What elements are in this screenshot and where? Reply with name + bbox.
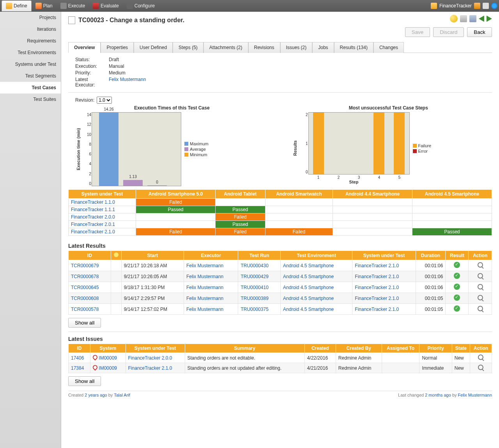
view-icon[interactable] [478,273,483,279]
tab-overview[interactable]: Overview [68,42,101,53]
help-icon[interactable] [491,3,497,9]
result-id-link[interactable]: TCR0000679 [71,263,99,268]
check-icon [454,305,460,312]
chart2-ylabel: Results [292,112,298,184]
toolbar-configure[interactable]: Configure [123,0,159,11]
tab-userdefined[interactable]: User Defined [134,42,173,53]
view-icon[interactable] [478,295,483,300]
chart2-xlabel: Step [298,180,410,184]
sut-link[interactable]: FinanceTracker 2.1.0 [355,285,399,290]
print-icon[interactable] [460,15,467,22]
toolbar-evaluate[interactable]: Evaluate [89,0,123,11]
tab-attachments[interactable]: Attachments (2) [203,42,248,53]
project-name[interactable]: FinanceTracker [439,3,472,9]
created-author-link[interactable]: Talal Arif [114,393,130,397]
execution-label: Execution: [75,63,109,69]
matrix-sut-link[interactable]: FinanceTracker 1.1.0 [71,199,115,205]
sidebar-item-projects[interactable]: Projects [0,12,61,23]
testrun-link[interactable]: TRU0000429 [241,274,268,279]
result-id-link[interactable]: TCR0000578 [71,307,99,312]
env-link[interactable]: Android 4.5 Smartphone [283,274,334,279]
show-all-issues-button[interactable]: Show all [68,376,101,386]
toolbar-define[interactable]: Define [2,0,32,11]
sidebar-item-testsuites[interactable]: Test Suites [0,93,61,105]
result-id-link[interactable]: TCR0000678 [71,274,99,279]
result-id-link[interactable]: TCR0000645 [71,285,99,290]
tab-results[interactable]: Results (134) [334,42,373,53]
sidebar-item-testcases[interactable]: Test Cases [0,82,61,93]
executor-link[interactable]: Felix Mustermann [109,77,146,88]
testrun-link[interactable]: TRU0000389 [241,296,268,301]
show-all-results-button[interactable]: Show all [68,318,101,328]
page-icon[interactable] [483,3,489,9]
issue-sut-link[interactable]: FinanceTracker 2.1.0 [128,365,172,371]
tab-issues[interactable]: Issues (2) [280,42,313,53]
chart2-plot: 210 [308,112,410,175]
tab-properties[interactable]: Properties [101,42,134,53]
toolbar-plan[interactable]: Plan [32,0,57,11]
executor-link[interactable]: Felix Mustermann [186,263,223,268]
issue-sys-link[interactable]: IM00009 [99,355,117,361]
env-link[interactable]: Android 4.5 Smartphone [283,263,334,268]
sut-link[interactable]: FinanceTracker 2.1.0 [355,307,399,312]
matrix-sut-link[interactable]: FinanceTracker 2.1.0 [71,229,115,235]
issue-id-link[interactable]: 17384 [71,365,84,371]
tab-revisions[interactable]: Revisions [248,42,280,53]
back-button[interactable]: Back [467,27,492,37]
testrun-link[interactable]: TRU0000410 [241,285,268,290]
sidebar-item-requirements[interactable]: Requirements [0,35,61,47]
view-icon[interactable] [478,355,483,360]
sidebar-item-sut[interactable]: Systems under Test [0,58,61,70]
tab-steps[interactable]: Steps (5) [173,42,203,53]
copy-icon[interactable] [469,15,476,22]
table-row: TCR00006459/18/17 1:31:30 PMFelix Muster… [69,282,492,293]
matrix-sut-link[interactable]: FinanceTracker 2.0.0 [71,214,115,220]
issues-title: Latest Issues [68,336,492,342]
matrix-sut-link[interactable]: FinanceTracker 2.0.1 [71,222,115,227]
created-time-link[interactable]: 2 years ago [85,393,107,397]
view-icon[interactable] [478,284,483,289]
table-row: TCR00006799/21/17 10:26:18 AMFelix Muste… [69,260,492,271]
env-link[interactable]: Android 4.5 Smartphone [283,307,334,312]
issue-sys-link[interactable]: IM00009 [99,365,117,371]
toolbar-execute[interactable]: Execute [57,0,89,11]
testrun-link[interactable]: TRU0000375 [241,307,268,312]
discard-button[interactable]: Discard [433,27,464,37]
status-light-icon[interactable] [450,15,458,23]
changed-author-link[interactable]: Felix Mustermann [458,393,492,397]
view-icon[interactable] [478,306,483,311]
executor-link[interactable]: Felix Mustermann [186,285,223,290]
env-link[interactable]: Android 4.5 Smartphone [283,285,334,290]
news-icon[interactable] [474,3,480,9]
chart1-plot: 14121086420 14.26 1.13 0 [92,112,181,186]
executor-link[interactable]: Felix Mustermann [186,296,223,301]
tab-changes[interactable]: Changes [373,42,404,53]
changed-time-link[interactable]: 2 months ago [425,393,451,397]
next-icon[interactable] [487,16,492,22]
tab-jobs[interactable]: Jobs [312,42,334,53]
sut-link[interactable]: FinanceTracker 2.1.0 [355,296,399,301]
revision-select[interactable]: 1.0 [97,97,112,104]
issues-table: IDSystemSystem under TestSummaryCreatedC… [68,344,492,373]
status-label: Status: [75,57,109,62]
executor-link[interactable]: Felix Mustermann [186,307,223,312]
sidebar-item-testsegments[interactable]: Test Segments [0,70,61,82]
table-row: TCR00005789/14/17 12:57:02 PMFelix Muste… [69,304,492,315]
view-icon[interactable] [478,365,483,370]
prev-icon[interactable] [479,16,484,22]
executor-link[interactable]: Felix Mustermann [186,274,223,279]
matrix-sut-link[interactable]: FinanceTracker 1.1.1 [71,207,115,212]
view-icon[interactable] [478,262,483,268]
priority-label: Priority: [75,70,109,76]
issue-id-link[interactable]: 17406 [71,355,84,361]
sidebar-item-testenvironments[interactable]: Test Environments [0,47,61,58]
sut-link[interactable]: FinanceTracker 2.1.0 [355,274,399,279]
env-link[interactable]: Android 4.5 Smartphone [283,296,334,301]
issue-sut-link[interactable]: FinanceTracker 2.0.0 [128,355,172,361]
testrun-link[interactable]: TRU0000430 [241,263,268,268]
table-row: 17406 IM00009FinanceTracker 2.0.0Standin… [69,353,492,363]
sidebar-item-iterations[interactable]: Iterations [0,23,61,35]
result-id-link[interactable]: TCR0000608 [71,296,99,301]
sut-link[interactable]: FinanceTracker 2.1.0 [355,263,399,268]
save-button[interactable]: Save [405,27,430,37]
